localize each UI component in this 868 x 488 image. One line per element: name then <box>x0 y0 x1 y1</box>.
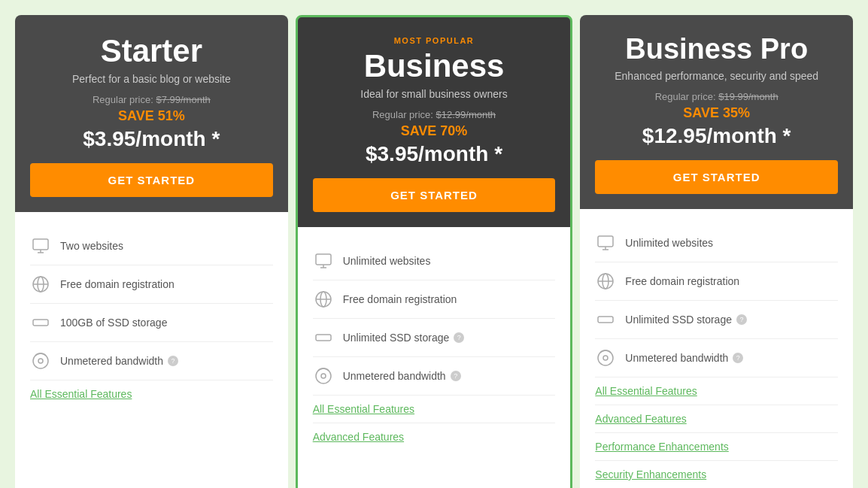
link-advanced-features-business[interactable]: Advanced Features <box>313 423 556 450</box>
feature-domain-bp: Free domain registration <box>595 262 838 301</box>
pricing-container: Starter Perfect for a basic blog or webs… <box>15 15 853 488</box>
feature-websites-text-bp: Unlimited websites <box>625 237 713 249</box>
plan-business-regular-price: Regular price: $12.99/month <box>313 109 556 120</box>
feature-websites-b: Unlimited websites <box>313 242 556 280</box>
domain-icon-b <box>313 289 334 310</box>
feature-bandwidth-text-bp: Unmetered bandwidth ? <box>625 352 743 364</box>
feature-storage-text-bp: Unlimited SSD storage ? <box>625 314 747 326</box>
feature-bandwidth-text: Unmetered bandwidth ? <box>60 355 178 367</box>
storage-help-icon-b[interactable]: ? <box>454 332 464 343</box>
plan-starter-price: $3.95/month * <box>30 127 273 151</box>
svg-rect-26 <box>598 317 613 323</box>
plan-business-cta[interactable]: GET STARTED <box>313 178 556 212</box>
websites-icon <box>30 235 51 256</box>
plan-business-pro-save: SAVE 35% <box>595 105 838 121</box>
storage-help-icon-bp[interactable]: ? <box>736 314 747 325</box>
svg-rect-6 <box>33 320 48 326</box>
bandwidth-icon-b <box>313 365 334 386</box>
plan-starter-regular-price: Regular price: $7.99/month <box>30 94 273 105</box>
plan-business-name: Business <box>313 49 556 83</box>
feature-storage-bp: Unlimited SSD storage ? <box>595 301 838 339</box>
feature-domain: Free domain registration <box>30 265 273 304</box>
plan-starter: Starter Perfect for a basic blog or webs… <box>15 15 288 488</box>
plan-starter-name: Starter <box>30 34 273 68</box>
link-security-bp[interactable]: Security Enhancements <box>595 461 838 488</box>
plan-starter-tagline: Perfect for a basic blog or website <box>30 73 273 85</box>
feature-domain-text-bp: Free domain registration <box>625 275 739 287</box>
svg-point-29 <box>603 356 608 360</box>
link-advanced-features-bp[interactable]: Advanced Features <box>595 405 838 433</box>
link-essential-features-business[interactable]: All Essential Features <box>313 396 556 423</box>
plan-business-pro-cta[interactable]: GET STARTED <box>595 160 838 194</box>
bandwidth-icon-bp <box>595 347 616 368</box>
plan-business-price: $3.95/month * <box>313 142 556 166</box>
bandwidth-icon <box>30 350 51 371</box>
feature-bandwidth-text-b: Unmetered bandwidth ? <box>343 370 461 382</box>
link-essential-features-starter[interactable]: All Essential Features <box>30 380 273 408</box>
plan-starter-cta[interactable]: GET STARTED <box>30 163 273 197</box>
feature-storage: 100GB of SSD storage <box>30 304 273 342</box>
svg-rect-10 <box>316 254 331 265</box>
most-popular-label: MOST POPULAR <box>313 36 556 45</box>
svg-rect-20 <box>598 236 613 247</box>
plan-starter-features: Two websites Free domain registration <box>15 212 288 488</box>
domain-icon <box>30 274 51 295</box>
plan-business-pro-regular-price: Regular price: $19.99/month <box>595 91 838 102</box>
link-performance-bp[interactable]: Performance Enhancements <box>595 433 838 461</box>
plan-business-pro-features: Unlimited websites Free domain registrat… <box>580 209 853 488</box>
svg-point-9 <box>38 359 43 363</box>
feature-websites-text-b: Unlimited websites <box>343 255 431 267</box>
feature-bandwidth-b: Unmetered bandwidth ? <box>313 357 556 396</box>
feature-websites: Two websites <box>30 227 273 265</box>
feature-domain-text-b: Free domain registration <box>343 293 457 305</box>
plan-business-features: Unlimited websites Free domain registrat… <box>298 227 571 488</box>
plan-business-pro-price: $12.95/month * <box>595 124 838 148</box>
bandwidth-help-icon[interactable]: ? <box>168 356 178 366</box>
websites-icon-bp <box>595 232 616 253</box>
svg-point-19 <box>321 374 326 378</box>
domain-icon-bp <box>595 271 616 292</box>
plan-starter-header: Starter Perfect for a basic blog or webs… <box>15 15 288 212</box>
feature-bandwidth: Unmetered bandwidth ? <box>30 342 273 380</box>
storage-icon <box>30 312 51 333</box>
feature-storage-text: 100GB of SSD storage <box>60 317 167 329</box>
feature-domain-text: Free domain registration <box>60 278 175 290</box>
plan-business: MOST POPULAR Business Ideal for small bu… <box>296 15 573 488</box>
plan-business-pro-tagline: Enhanced performance, security and speed <box>595 70 838 82</box>
feature-storage-b: Unlimited SSD storage ? <box>313 319 556 357</box>
feature-storage-text-b: Unlimited SSD storage ? <box>343 332 465 344</box>
feature-bandwidth-bp: Unmetered bandwidth ? <box>595 339 838 377</box>
bandwidth-help-icon-b[interactable]: ? <box>451 371 461 381</box>
link-essential-features-bp[interactable]: All Essential Features <box>595 377 838 405</box>
feature-domain-b: Free domain registration <box>313 280 556 319</box>
storage-icon-bp <box>595 309 616 330</box>
plan-business-pro: Business Pro Enhanced performance, secur… <box>580 15 853 488</box>
plan-business-tagline: Ideal for small business owners <box>313 88 556 100</box>
plan-business-save: SAVE 70% <box>313 123 556 139</box>
websites-icon-b <box>313 250 334 271</box>
plan-business-header: MOST POPULAR Business Ideal for small bu… <box>298 17 571 227</box>
feature-websites-text: Two websites <box>60 240 123 252</box>
bandwidth-help-icon-bp[interactable]: ? <box>733 353 743 363</box>
storage-icon-b <box>313 327 334 348</box>
feature-websites-bp: Unlimited websites <box>595 224 838 262</box>
plan-business-pro-name: Business Pro <box>595 34 838 65</box>
svg-rect-16 <box>316 335 331 341</box>
plan-business-pro-header: Business Pro Enhanced performance, secur… <box>580 15 853 209</box>
svg-rect-0 <box>33 239 48 250</box>
plan-starter-save: SAVE 51% <box>30 108 273 124</box>
